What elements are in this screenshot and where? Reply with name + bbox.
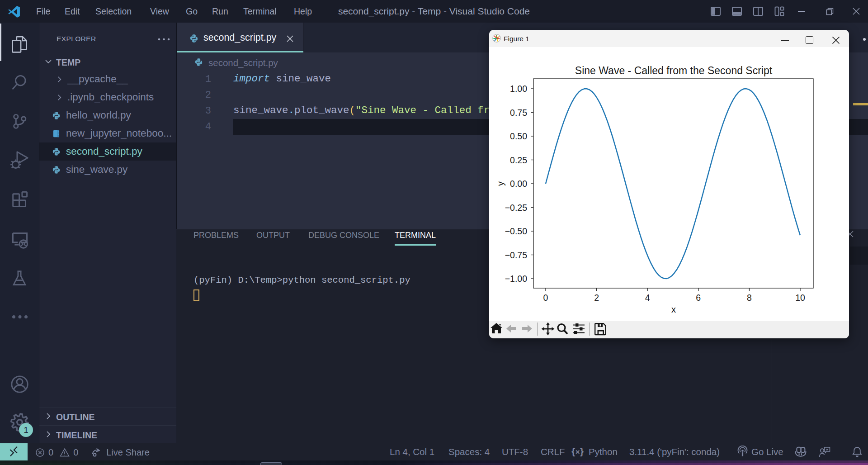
svg-text:4: 4 (645, 293, 650, 303)
svg-text:−0.50: −0.50 (505, 226, 527, 236)
svg-text:0.25: 0.25 (510, 155, 527, 165)
svg-text:10: 10 (795, 293, 805, 303)
svg-text:−0.25: −0.25 (505, 203, 527, 213)
svg-text:−0.75: −0.75 (505, 250, 527, 260)
svg-text:0.50: 0.50 (510, 131, 527, 141)
svg-text:6: 6 (696, 293, 701, 303)
svg-text:2: 2 (594, 293, 599, 303)
svg-text:8: 8 (747, 293, 752, 303)
svg-text:0: 0 (543, 293, 548, 303)
svg-text:1.00: 1.00 (510, 84, 527, 94)
svg-text:0.00: 0.00 (510, 179, 527, 189)
svg-text:y: y (495, 181, 505, 186)
svg-text:−1.00: −1.00 (505, 274, 527, 284)
svg-text:x: x (671, 304, 676, 314)
svg-text:0.75: 0.75 (510, 108, 527, 118)
